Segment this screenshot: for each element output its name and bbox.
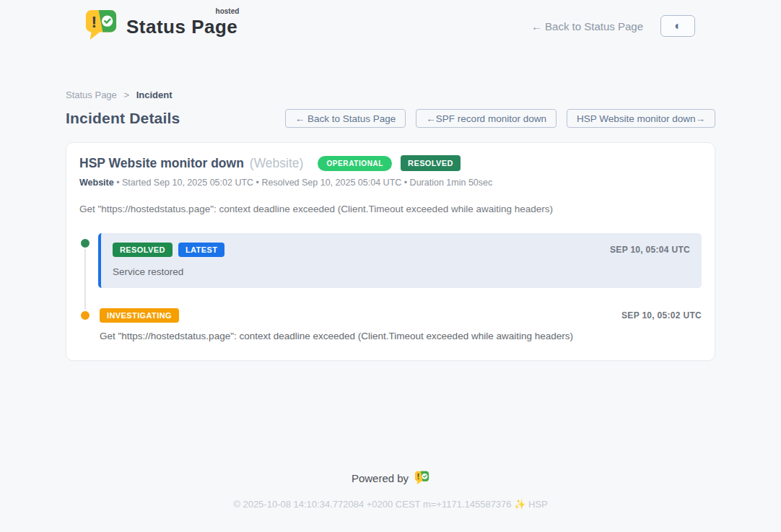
site-header: ! Status Page hosted ← Back to Status Pa…	[0, 0, 781, 43]
resolved-dot-icon	[79, 237, 91, 249]
header-back-to-status-page-link[interactable]: ← Back to Status Page	[531, 20, 643, 32]
incident-component: (Website)	[250, 156, 304, 171]
timeline-timestamp: SEP 10, 05:04 UTC	[610, 245, 690, 255]
logo-text: Status Page	[126, 16, 237, 38]
operational-status-badge: OPERATIONAL	[318, 156, 392, 171]
statuspage-logo-link[interactable]: ! Status Page hosted	[84, 9, 237, 43]
page-title: Incident Details	[66, 110, 180, 127]
powered-by-label: Powered by	[352, 472, 409, 484]
incident-description: Get "https://hostedstatus.page": context…	[79, 204, 702, 214]
incident-nav-buttons: ← Back to Status Page ←SPF record monito…	[285, 109, 715, 128]
statuspage-logo-icon: !	[84, 9, 118, 43]
breadcrumb: Status Page > Incident	[66, 90, 715, 100]
timeline-timestamp: SEP 10, 05:02 UTC	[621, 310, 702, 320]
incident-card: HSP Website monitor down (Website) OPERA…	[66, 142, 715, 361]
breadcrumb-separator: >	[123, 90, 129, 100]
incident-meta-details: • Started Sep 10, 2025 05:02 UTC • Resol…	[116, 178, 492, 188]
logo-hosted-label: hosted	[216, 7, 240, 15]
prev-incident-button[interactable]: ←SPF record monitor down	[416, 109, 557, 128]
svg-text:!: !	[92, 12, 97, 31]
incident-meta-component: Website	[79, 178, 114, 188]
theme-toggle-button[interactable]: ◐	[660, 15, 695, 37]
timeline-resolved-badge: RESOLVED	[113, 243, 173, 257]
breadcrumb-incident: Incident	[136, 90, 173, 100]
timeline-entry: INVESTIGATING SEP 10, 05:02 UTC Get "htt…	[79, 308, 702, 341]
main-content: Status Page > Incident Incident Details …	[66, 43, 715, 361]
site-footer: Powered by ! © 2025-10-08 14:10:34.77208…	[0, 471, 781, 510]
statuspage-logo-icon: !	[414, 471, 429, 485]
breadcrumb-status-page[interactable]: Status Page	[66, 90, 117, 100]
svg-text:!: !	[417, 472, 420, 481]
timeline-entry-card: RESOLVED LATEST SEP 10, 05:04 UTC Servic…	[98, 233, 702, 288]
investigating-dot-icon	[79, 310, 91, 321]
incident-timeline: RESOLVED LATEST SEP 10, 05:04 UTC Servic…	[79, 233, 702, 341]
incident-meta: Website • Started Sep 10, 2025 05:02 UTC…	[79, 178, 702, 188]
next-incident-button[interactable]: HSP Website monitor down→	[567, 109, 715, 128]
copyright-text: © 2025-10-08 14:10:34.772084 +0200 CEST …	[0, 499, 781, 510]
timeline-investigating-badge: INVESTIGATING	[100, 308, 179, 323]
timeline-latest-badge: LATEST	[178, 243, 224, 257]
timeline-entry-card: INVESTIGATING SEP 10, 05:02 UTC Get "htt…	[98, 308, 702, 341]
resolved-status-badge: RESOLVED	[401, 155, 461, 171]
timeline-message: Get "https://hostedstatus.page": context…	[100, 331, 702, 341]
incident-title: HSP Website monitor down	[79, 156, 244, 171]
timeline-message: Service restored	[113, 266, 690, 277]
back-to-status-page-button[interactable]: ← Back to Status Page	[285, 109, 406, 128]
contrast-icon: ◐	[674, 19, 681, 32]
timeline-entry: RESOLVED LATEST SEP 10, 05:04 UTC Servic…	[79, 233, 702, 288]
